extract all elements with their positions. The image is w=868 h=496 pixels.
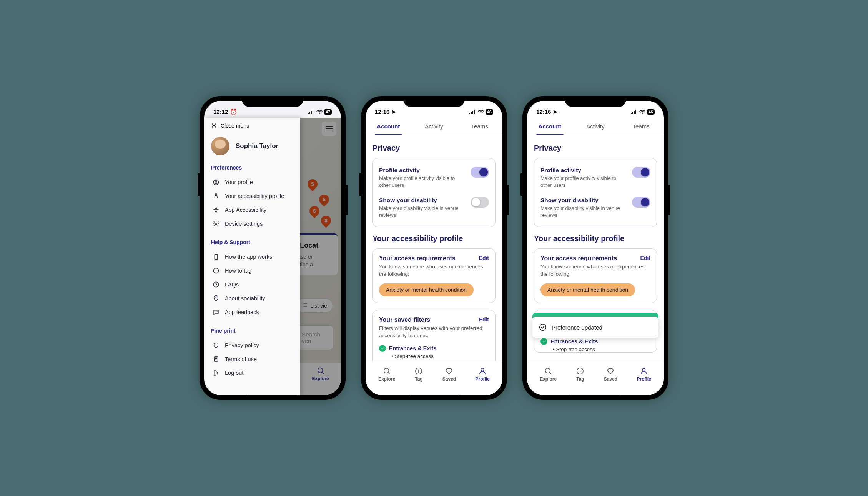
close-menu-button[interactable]: ✕ Close menu bbox=[211, 122, 293, 130]
menu-label: Your profile bbox=[225, 179, 253, 185]
tab-teams[interactable]: Teams bbox=[618, 118, 664, 135]
menu-label: About sociability bbox=[225, 295, 265, 301]
menu-accessibility-profile[interactable]: Your accessibility profile bbox=[211, 189, 293, 203]
toast-text: Preference updated bbox=[552, 324, 602, 331]
nav-tag[interactable]: Tag bbox=[576, 367, 584, 395]
wifi-icon bbox=[478, 109, 484, 115]
toggle-desc: Make your disability visible in venue re… bbox=[540, 205, 627, 218]
menu-logout[interactable]: Log out bbox=[211, 366, 293, 380]
nav-saved[interactable]: Saved bbox=[442, 367, 456, 395]
menu-label: Device settings bbox=[225, 221, 263, 227]
svg-point-16 bbox=[545, 368, 550, 373]
filter-subitem: Step-free access bbox=[391, 353, 489, 359]
privacy-heading: Privacy bbox=[372, 144, 496, 153]
status-time: 12:12 bbox=[213, 108, 228, 115]
signal-icon bbox=[308, 109, 315, 115]
requirement-pill: Anxiety or mental health condition bbox=[540, 283, 635, 296]
profile-header[interactable]: Sophia Taylor bbox=[211, 137, 293, 155]
privacy-card: Profile activity Make your profile activ… bbox=[372, 158, 496, 227]
menu-label: Terms of use bbox=[225, 356, 257, 362]
phone-mockup-1: 12:12 ⏰ 47 S S S S bbox=[200, 96, 346, 400]
edit-requirements-link[interactable]: Edit bbox=[479, 255, 489, 261]
battery-badge: 46 bbox=[647, 109, 655, 115]
section-preferences: Preferences bbox=[211, 165, 293, 171]
notch bbox=[565, 96, 626, 107]
menu-feedback[interactable]: App feedback bbox=[211, 305, 293, 319]
nav-explore[interactable]: Explore bbox=[378, 367, 395, 395]
toggle-title: Show your disability bbox=[379, 197, 466, 204]
menu-label: App feedback bbox=[225, 309, 259, 315]
menu-how-app-works[interactable]: How the app works bbox=[211, 250, 293, 264]
search-input[interactable]: Search ven bbox=[296, 325, 333, 350]
nav-explore-label: Explore bbox=[312, 376, 329, 381]
check-icon bbox=[379, 345, 386, 352]
menu-app-accessibility[interactable]: App Accessibility bbox=[211, 203, 293, 217]
nav-profile[interactable]: Profile bbox=[475, 367, 489, 395]
content-scroll[interactable]: Privacy Profile activity Make your profi… bbox=[366, 135, 502, 361]
requirements-title: Your access requirements bbox=[540, 255, 617, 262]
svg-rect-11 bbox=[215, 357, 218, 361]
tab-activity[interactable]: Activity bbox=[411, 118, 457, 135]
profile-name: Sophia Taylor bbox=[236, 142, 278, 150]
svg-point-14 bbox=[481, 368, 484, 371]
nav-tag[interactable]: Tag bbox=[414, 367, 423, 395]
hamburger-button[interactable] bbox=[322, 122, 336, 136]
svg-point-6 bbox=[215, 223, 217, 225]
nav-explore[interactable]: Explore bbox=[312, 366, 329, 395]
wifi-icon bbox=[639, 109, 645, 115]
menu-how-to-tag[interactable]: How to tag bbox=[211, 264, 293, 278]
status-time: 12:16 bbox=[536, 108, 551, 115]
home-indicator bbox=[248, 395, 298, 397]
show-disability-toggle[interactable] bbox=[471, 197, 489, 208]
profile-activity-toggle[interactable] bbox=[471, 167, 489, 178]
nav-explore[interactable]: Explore bbox=[540, 367, 557, 395]
menu-about[interactable]: S About sociability bbox=[211, 291, 293, 305]
map-background[interactable]: S S S S Locat Please er location a bbox=[300, 118, 341, 395]
tab-teams[interactable]: Teams bbox=[457, 118, 502, 135]
privacy-card: Profile activity Make your profile activ… bbox=[534, 158, 657, 227]
access-profile-heading: Your accessibility profile bbox=[372, 234, 496, 243]
profile-activity-toggle[interactable] bbox=[632, 167, 650, 178]
phone-mockup-2: 12:16 ➤ 46 Account Activity Teams Privac… bbox=[361, 96, 507, 400]
notch bbox=[403, 96, 465, 107]
menu-label: Privacy policy bbox=[225, 342, 259, 348]
close-icon: ✕ bbox=[211, 122, 217, 130]
menu-faqs[interactable]: FAQs bbox=[211, 278, 293, 291]
svg-point-5 bbox=[216, 208, 217, 209]
check-icon bbox=[540, 338, 547, 345]
toast-notification[interactable]: Preference updated bbox=[532, 317, 658, 338]
tabs: Account Activity Teams bbox=[527, 118, 664, 135]
tab-account[interactable]: Account bbox=[527, 118, 573, 135]
close-menu-label: Close menu bbox=[221, 123, 249, 129]
privacy-heading: Privacy bbox=[534, 144, 657, 153]
filter-name: Entrances & Exits bbox=[389, 345, 436, 351]
edit-filters-link[interactable]: Edit bbox=[479, 316, 489, 323]
show-disability-toggle[interactable] bbox=[632, 197, 650, 208]
requirements-card: Your access requirements Edit You know s… bbox=[372, 248, 496, 303]
svg-point-12 bbox=[384, 368, 389, 373]
edit-requirements-link[interactable]: Edit bbox=[640, 255, 650, 261]
menu-device-settings[interactable]: Device settings bbox=[211, 217, 293, 231]
svg-point-3 bbox=[215, 181, 217, 183]
toggle-desc: Make your profile activity visible to ot… bbox=[379, 175, 466, 188]
list-view-chip[interactable]: List vie bbox=[296, 298, 333, 313]
alarm-icon: ⏰ bbox=[230, 108, 237, 115]
nav-profile[interactable]: Profile bbox=[637, 367, 651, 395]
bottom-nav: Explore Tag Saved Profile bbox=[527, 363, 664, 395]
toggle-title: Profile activity bbox=[540, 167, 627, 174]
filters-desc: Filters will display venues with your pr… bbox=[379, 325, 489, 340]
tab-account[interactable]: Account bbox=[366, 118, 411, 135]
nav-saved[interactable]: Saved bbox=[604, 367, 617, 395]
menu-your-profile[interactable]: Your profile bbox=[211, 175, 293, 189]
menu-label: Your accessibility profile bbox=[225, 193, 284, 199]
content-scroll[interactable]: Privacy Profile activity Make your profi… bbox=[527, 135, 664, 361]
tab-activity[interactable]: Activity bbox=[573, 118, 619, 135]
menu-privacy[interactable]: Privacy policy bbox=[211, 338, 293, 352]
location-title: Locat bbox=[300, 241, 318, 250]
location-arrow-icon: ➤ bbox=[553, 108, 558, 115]
svg-point-4 bbox=[216, 193, 217, 195]
menu-label: App Accessibility bbox=[225, 207, 266, 213]
requirements-card: Your access requirements Edit You know s… bbox=[534, 248, 657, 303]
requirements-desc: You know someone who uses or experiences… bbox=[379, 263, 489, 278]
menu-terms[interactable]: Terms of use bbox=[211, 352, 293, 366]
